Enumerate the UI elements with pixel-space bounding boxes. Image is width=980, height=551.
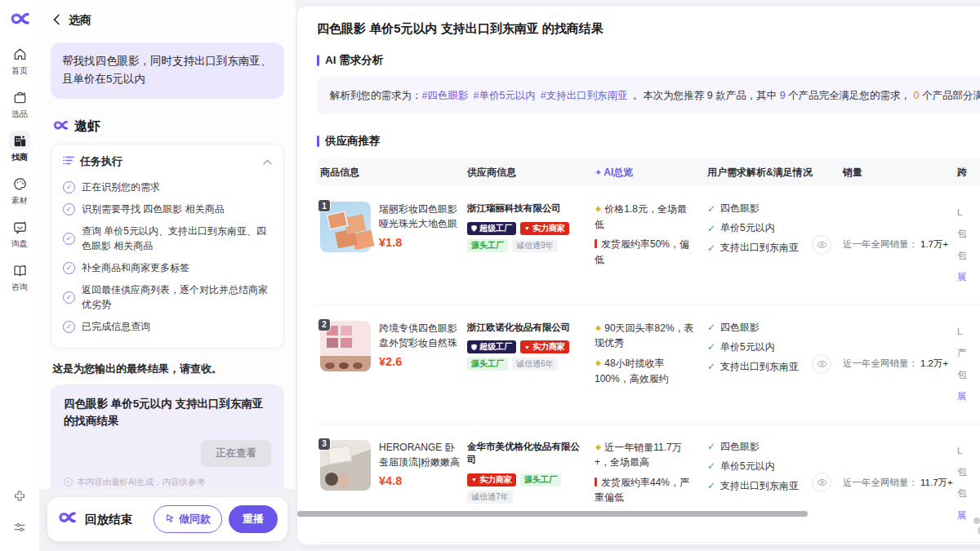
chat-scroll-area[interactable]: 帮我找四色眼影，同时支持出口到东南亚、且单价在5元以内 遨虾 任务执行 <box>39 34 296 489</box>
ai-summary-line: ✦48小时揽收率100%，高效履约 <box>595 356 696 386</box>
recommend-section-title: 供应商推荐 <box>325 134 381 149</box>
header-supplier: 供应商信息 <box>464 166 591 180</box>
sparkle-good-icon: ✦ <box>595 442 602 452</box>
chat-bubble-icon <box>9 217 30 237</box>
table-row[interactable]: 4四色朝暮眼影盘哑光细闪不易晕染易上色不脱妆...¥4.5义乌市美宸供应链管理有… <box>317 543 980 544</box>
supplier-name[interactable]: 浙江瑞丽科技有限公司 <box>467 202 586 216</box>
check-circle-icon: ✓ <box>63 203 75 216</box>
task-text: 正在识别您的需求 <box>82 180 160 194</box>
requirement-tag[interactable]: #支持出口到东南亚 <box>541 90 628 101</box>
playback-strip: 回放结束 做同款 重播 <box>39 489 296 551</box>
analysis-tags: #四色眼影#单价5元以内#支持出口到东南亚 <box>422 90 633 101</box>
supplier-badge: ▼实力商家 <box>520 340 569 353</box>
rank-badge: 1 <box>318 199 331 212</box>
replay-button[interactable]: 重播 <box>229 505 278 533</box>
task-item: ✓返回最佳供应商列表，逐个对比并总结商家优劣势 <box>63 283 272 312</box>
table-row[interactable]: 3HERORANGE 卧蚕届顶流|粉嫩嫩高光亮片多色...¥4.8金华市美优格化… <box>317 424 980 544</box>
result-card[interactable]: 四色眼影 单价5元以内 支持出口到东南亚 的找商结果 正在查看 i 本内容由遨虾… <box>51 384 284 489</box>
sidebar-item-xuanpin[interactable]: 选品 <box>9 87 30 120</box>
task-text: 查询 单价5元以内、支持出口到东南亚、四色眼影 相关商品 <box>82 224 272 253</box>
supplier-name[interactable]: 浙江欧诺化妆品有限公司 <box>467 321 586 335</box>
back-chevron-icon[interactable] <box>52 14 60 28</box>
task-item: ✓查询 单价5元以内、支持出口到东南亚、四色眼影 相关商品 <box>63 224 272 253</box>
assistant-logo-icon <box>52 118 69 136</box>
sales-label: 近一年全网销量： <box>843 477 918 489</box>
task-item: ✓正在识别您的需求 <box>63 180 272 194</box>
header-product: 商品信息 <box>317 166 464 180</box>
task-item: ✓已完成信息查询 <box>63 320 272 334</box>
sidebar-item-home[interactable]: 首页 <box>9 44 30 77</box>
check-icon: ✓ <box>707 223 715 234</box>
collapse-chevron-icon[interactable] <box>263 155 272 167</box>
page-title: 四色眼影 单价5元以内 支持出口到东南亚 的找商结果 <box>317 21 604 37</box>
sales-label: 近一年全网销量： <box>843 238 918 251</box>
product-image[interactable]: 2 <box>320 321 371 371</box>
sidebar-item-zixun[interactable]: 咨询 <box>9 260 30 293</box>
task-text: 识别需要寻找 四色眼影 相关商品 <box>82 202 225 216</box>
product-image[interactable]: 1 <box>320 202 371 252</box>
need-item: ✓单价5元以内 <box>707 221 808 235</box>
requirement-tag[interactable]: #四色眼影 <box>422 90 469 101</box>
strength-icon: ▼ <box>524 225 530 231</box>
product-price: ¥1.8 <box>379 236 461 249</box>
magic-cursor-icon <box>165 513 175 526</box>
supplier-table-body: 1瑞丽彩妆四色眼影哑光珠光大地色眼影盘平价品...¥1.8浙江瑞丽科技有限公司超… <box>317 186 980 544</box>
check-icon: ✓ <box>707 361 715 372</box>
header-crossborder: 跨 <box>954 166 980 180</box>
product-image[interactable]: 3 <box>320 440 371 491</box>
watermark: ai-bot.cn AI工具集 <box>969 513 980 543</box>
ai-summary-line: ✦90天回头率82%，表现优秀 <box>595 321 696 351</box>
task-text: 补全商品和商家更多标签 <box>82 261 189 275</box>
sparkle-good-icon: ✦ <box>595 323 602 333</box>
task-text: 已完成信息查询 <box>82 320 150 334</box>
strength-icon: ▼ <box>471 477 477 482</box>
task-text: 返回最佳供应商列表，逐个对比并总结商家优劣势 <box>82 283 272 312</box>
chat-back-title[interactable]: 选商 <box>69 13 91 28</box>
need-item: ✓单价5元以内 <box>707 460 808 473</box>
need-item: ✓四色眼影 <box>707 440 808 454</box>
sales-label: 近一年全网销量： <box>843 358 918 370</box>
product-title[interactable]: 跨境专供四色眼影盘外贸彩妆自然珠光眼妆盘新... <box>379 321 461 350</box>
viewing-button[interactable]: 正在查看 <box>201 440 271 467</box>
sidebar-item-xunpan[interactable]: 询盘 <box>9 217 30 250</box>
app-logo-icon[interactable] <box>9 10 30 31</box>
supplier-table: 商品信息 供应商信息 ✦AI总览 用户需求解析&满足情况 销量 跨 1瑞丽彩妆四… <box>317 158 980 544</box>
horizontal-scrollbar[interactable] <box>297 511 808 517</box>
sparkle-good-icon: ✦ <box>595 358 602 368</box>
disclaimer-text: 本内容由遨虾AI生成，内容供参考 <box>77 477 205 488</box>
supplier-badge: 源头工厂 <box>467 239 508 252</box>
analysis-text: 9 <box>780 90 786 101</box>
eye-icon[interactable] <box>812 354 831 374</box>
eye-icon[interactable] <box>812 235 831 255</box>
crossborder-cell: L产包展 <box>954 321 980 407</box>
table-row[interactable]: 1瑞丽彩妆四色眼影哑光珠光大地色眼影盘平价品...¥1.8浙江瑞丽科技有限公司超… <box>317 186 980 305</box>
supplier-badge: 源头工厂 <box>467 358 508 371</box>
result-window: 四色眼影 单价5元以内 支持出口到东南亚 的找商结果 AI 需求分析 解析到您的… <box>297 7 980 544</box>
plugin-icon[interactable] <box>12 489 27 507</box>
product-title[interactable]: 瑞丽彩妆四色眼影哑光珠光大地色眼影盘平价品... <box>379 202 461 231</box>
supplier-name[interactable]: 金华市美优格化妆品有限公司 <box>467 440 586 467</box>
section-bar <box>317 136 319 147</box>
header-ai-overview[interactable]: ✦AI总览 <box>591 166 704 180</box>
need-item: ✓支持出口到东南亚 <box>707 479 808 493</box>
need-item: ✓单价5元以内 <box>707 340 808 354</box>
task-list: ✓正在识别您的需求✓识别需要寻找 四色眼影 相关商品✓查询 单价5元以内、支持出… <box>63 180 272 335</box>
table-row[interactable]: 2跨境专供四色眼影盘外贸彩妆自然珠光眼妆盘新...¥2.6浙江欧诺化妆品有限公司… <box>317 305 980 424</box>
requirement-tag[interactable]: #单价5元以内 <box>473 90 535 101</box>
sidebar-item-zhaoshang[interactable]: 找商 <box>9 131 30 163</box>
chat-panel: 选商 帮我找四色眼影，同时支持出口到东南亚、且单价在5元以内 遨虾 任务执行 <box>39 0 296 551</box>
make-same-button[interactable]: 做同款 <box>154 505 222 533</box>
sidebar-item-sucai[interactable]: 素材 <box>9 174 30 207</box>
supplier-badge: 超级工厂 <box>467 222 516 235</box>
product-price: ¥4.8 <box>379 474 461 487</box>
eye-icon[interactable] <box>812 473 831 492</box>
building-icon <box>9 131 30 150</box>
check-circle-icon: ✓ <box>63 233 75 245</box>
need-item: ✓四色眼影 <box>707 202 808 216</box>
header-sales: 销量 <box>840 166 954 180</box>
product-title[interactable]: HERORANGE 卧蚕届顶流|粉嫩嫩高光亮片多色... <box>379 440 461 469</box>
analysis-text: 。本次为您推荐 9 款产品，其中 <box>633 90 780 101</box>
check-circle-icon: ✓ <box>63 262 75 274</box>
settings-sliders-icon[interactable] <box>12 520 27 538</box>
analysis-text: 个产品完全满足您的需求， <box>786 90 914 101</box>
